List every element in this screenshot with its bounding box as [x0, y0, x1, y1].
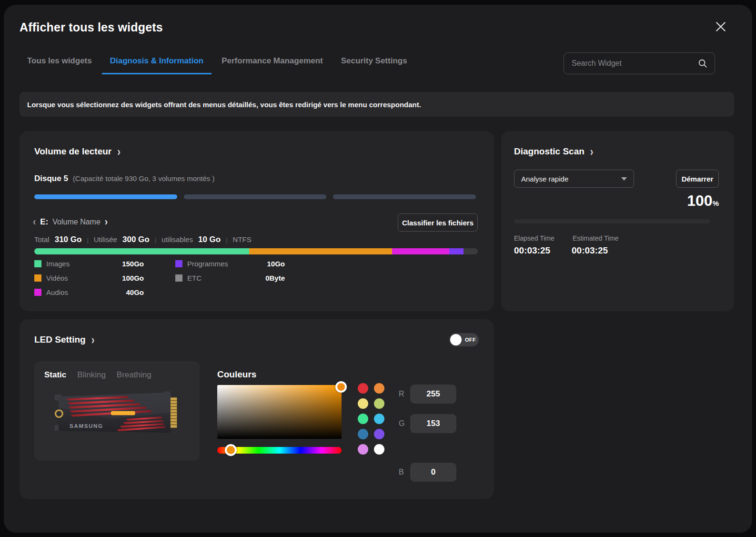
volume-card-header[interactable]: Volume de lecteur › — [34, 146, 121, 157]
g-label: G — [399, 419, 410, 428]
stat-free-value: 10 Go — [198, 235, 221, 244]
divider: | — [155, 236, 156, 243]
legend-label: Vidéos — [46, 274, 108, 282]
color-swatch-7[interactable] — [374, 429, 384, 439]
divider: | — [87, 236, 88, 243]
legend-label: ETC — [187, 274, 249, 282]
search-icon[interactable] — [697, 58, 708, 69]
tab-diagnosis-information[interactable]: Diagnosis & Information — [102, 56, 212, 74]
tab-security-settings[interactable]: Security Settings — [341, 56, 407, 74]
led-mode-tabs: Static Blinking Breathing — [44, 370, 151, 380]
hue-slider-handle[interactable] — [225, 444, 237, 456]
filesystem-label: NTFS — [233, 235, 252, 243]
divider: | — [226, 236, 227, 243]
color-swatch-grid — [358, 383, 385, 455]
stat-used-value: 300 Go — [122, 235, 150, 244]
rgb-row-r: R 255 — [399, 385, 456, 404]
search-widget-box — [564, 52, 715, 74]
legend-item-images: Images 150Go — [34, 260, 144, 268]
percent-value: 100 — [687, 192, 712, 209]
sv-picker-handle[interactable] — [335, 381, 347, 393]
mode-static[interactable]: Static — [44, 370, 66, 380]
volume-name: Volume Name — [52, 218, 101, 226]
legend-value: 10Go — [249, 260, 285, 268]
legend-item-audios: Audios 40Go — [34, 288, 144, 296]
close-icon[interactable] — [714, 20, 727, 33]
estimated-time-label: Estimated Time — [573, 234, 618, 242]
legend-item-videos: Vidéos 100Go — [34, 274, 144, 282]
usage-bar — [34, 248, 478, 254]
led-card-header[interactable]: LED Setting › — [34, 334, 94, 345]
volume-card-title: Volume de lecteur — [34, 146, 111, 157]
color-swatch-6[interactable] — [358, 429, 368, 439]
diagnostic-card: Diagnostic Scan › Analyse rapide Démarre… — [501, 131, 734, 311]
color-swatch-2[interactable] — [358, 398, 368, 409]
mode-breathing[interactable]: Breathing — [117, 370, 151, 380]
legend-swatch — [34, 260, 41, 267]
disk-line: Disque 5 (Capacité totale 930 Go, 3 volu… — [34, 174, 215, 183]
usage-segment-images — [34, 248, 249, 254]
chevron-right-icon[interactable]: › — [105, 216, 108, 228]
page-title: Afficher tous les widgets — [20, 20, 163, 34]
legend-label: Programmes — [187, 260, 249, 268]
legend-swatch — [175, 274, 182, 282]
colors-title: Couleurs — [217, 369, 256, 380]
g-value-field[interactable]: 153 — [410, 414, 456, 433]
chevron-right-icon: › — [590, 146, 594, 158]
led-card-title: LED Setting — [34, 334, 86, 345]
color-swatch-8[interactable] — [358, 444, 368, 455]
chevron-right-icon: › — [91, 334, 95, 346]
legend-value: 40Go — [108, 288, 144, 296]
volume-segment-bars — [34, 194, 476, 199]
tab-performance-management[interactable]: Performance Management — [222, 56, 323, 74]
tab-tous-les-widgets[interactable]: Tous les widgets — [27, 56, 92, 74]
volume-segment-2[interactable] — [184, 194, 327, 199]
disk-info: (Capacité totale 930 Go, 3 volumes monté… — [73, 174, 215, 182]
color-swatch-0[interactable] — [358, 383, 368, 394]
start-scan-button[interactable]: Démarrer — [676, 170, 719, 188]
diagnostic-card-title: Diagnostic Scan — [514, 146, 585, 157]
volume-card: Volume de lecteur › Disque 5 (Capacité t… — [20, 131, 494, 311]
volume-selector-row: ‹ E: Volume Name › — [33, 217, 108, 227]
led-card: LED Setting › OFF Static Blinking Breath… — [20, 319, 494, 499]
legend-value: 150Go — [108, 260, 144, 268]
color-swatch-4[interactable] — [358, 414, 368, 424]
legend-swatch — [175, 260, 182, 267]
toggle-knob-icon — [450, 334, 462, 345]
rgb-row-b: B 0 — [399, 463, 456, 482]
estimated-time-value: 00:03:25 — [572, 245, 608, 256]
scan-progress-percent: 100% — [687, 192, 719, 210]
scan-type-dropdown[interactable]: Analyse rapide — [514, 170, 634, 188]
mode-blinking[interactable]: Blinking — [77, 370, 106, 380]
elapsed-time-value: 00:03:25 — [514, 245, 550, 256]
chevron-down-icon — [621, 177, 627, 181]
svg-text:SAMSUNG: SAMSUNG — [70, 423, 103, 429]
diagnostic-card-header[interactable]: Diagnostic Scan › — [514, 146, 594, 157]
legend-item-etc: ETC 0Byte — [175, 274, 285, 282]
r-label: R — [399, 390, 410, 398]
color-swatch-3[interactable] — [374, 398, 384, 409]
legend-value: 0Byte — [249, 274, 285, 282]
volume-segment-3[interactable] — [333, 194, 476, 199]
color-swatch-9[interactable] — [374, 444, 384, 455]
chevron-right-icon: › — [117, 146, 121, 158]
color-swatch-1[interactable] — [374, 383, 384, 394]
chevron-left-icon[interactable]: ‹ — [33, 216, 36, 228]
toggle-state-label: OFF — [465, 337, 476, 343]
volume-stats-row: Total 310 Go | Utilisée 300 Go | utilisa… — [34, 235, 252, 244]
saturation-value-picker[interactable] — [217, 385, 342, 439]
usage-segment-programmes — [449, 248, 464, 254]
volume-segment-1[interactable] — [34, 194, 177, 199]
percent-sign: % — [713, 199, 719, 207]
led-toggle[interactable]: OFF — [449, 333, 479, 346]
usage-segment-videos — [249, 248, 393, 254]
info-banner: Lorsque vous sélectionnez des widgets of… — [20, 92, 734, 117]
classify-files-button[interactable]: Classifier les fichiers — [398, 213, 478, 232]
legend-item-programmes: Programmes 10Go — [175, 260, 285, 268]
search-input[interactable] — [572, 59, 697, 68]
elapsed-time-label: Elapsed Time — [514, 234, 554, 242]
r-value-field[interactable]: 255 — [410, 385, 456, 404]
legend-swatch — [34, 289, 41, 296]
b-value-field[interactable]: 0 — [410, 463, 456, 482]
color-swatch-5[interactable] — [374, 414, 384, 424]
